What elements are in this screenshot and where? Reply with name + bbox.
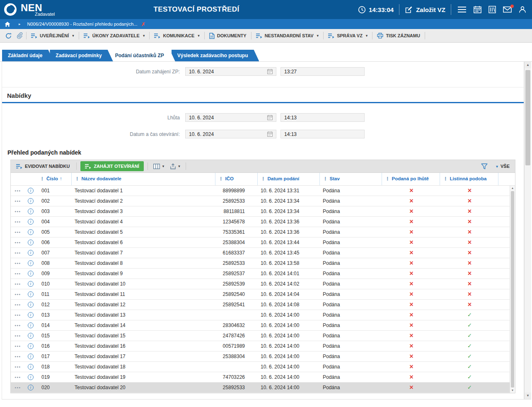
info-icon[interactable]: i [28, 198, 34, 204]
row-menu-icon[interactable]: ••• [15, 209, 21, 214]
info-icon[interactable]: i [28, 219, 34, 225]
page-scrollbar[interactable]: ▲ ▼ [524, 62, 531, 399]
evidovat-nabidku-button[interactable]: EVIDOVAT NABÍDKU [13, 161, 73, 171]
table-row[interactable]: •••i011Testovací dodavatel 112589254010.… [11, 289, 515, 299]
column-grip-icon[interactable]: ⋮ [261, 176, 266, 181]
info-icon[interactable]: i [28, 271, 34, 276]
header-cislo[interactable]: ⋮Číslo↑ [36, 173, 71, 185]
table-row[interactable]: •••i014Testovací dodavatel 142830463210.… [11, 320, 515, 330]
info-icon[interactable]: i [28, 364, 34, 370]
info-icon[interactable]: i [28, 374, 34, 380]
table-row[interactable]: •••i004Testovací dodavatel 41234567810. … [11, 216, 515, 227]
table-row[interactable]: •••i020Testovací dodavatel 202589253310.… [11, 382, 515, 392]
info-icon[interactable]: i [28, 385, 34, 390]
table-row[interactable]: •••i003Testovací dodavatel 38811881110. … [11, 206, 515, 216]
info-icon[interactable]: i [28, 281, 34, 287]
tab-vysledek-zadavaciho-postupu[interactable]: Výsledek zadávacího postupu [172, 50, 259, 61]
row-menu-icon[interactable]: ••• [15, 365, 21, 369]
table-row[interactable]: •••i019Testovací dodavatel 197470322610.… [11, 372, 515, 382]
row-menu-icon[interactable]: ••• [15, 220, 21, 224]
table-row[interactable]: •••i002Testovací dodavatel 22589253310. … [11, 196, 515, 206]
info-icon[interactable]: i [28, 250, 34, 256]
export-button[interactable]: ▾ [169, 163, 182, 170]
table-scrollbar[interactable]: ▲ ▼ [510, 186, 515, 393]
calendar-picker-icon[interactable] [267, 69, 273, 74]
row-menu-icon[interactable]: ••• [15, 189, 21, 193]
info-icon[interactable]: i [28, 333, 34, 339]
info-icon[interactable]: i [28, 354, 34, 359]
row-menu-icon[interactable]: ••• [15, 199, 21, 204]
breadcrumb-item[interactable]: N006/24/V00008930 - Roztažení přehledu p… [27, 22, 138, 27]
column-settings-button[interactable]: ▾ [152, 164, 166, 169]
column-grip-icon[interactable]: ⋮ [75, 176, 80, 181]
scrollbar-thumb[interactable] [511, 191, 514, 388]
row-menu-icon[interactable]: ••• [15, 261, 21, 266]
toolbar-button-tisk-zaznamu[interactable]: TISK ZÁZNAMU [373, 31, 424, 41]
nen-brand[interactable]: NEN Zadavatel [3, 2, 55, 17]
table-row[interactable]: •••i016Testovací dodavatel 160057198910.… [11, 341, 515, 351]
header-datum-podani[interactable]: ⋮Datum podání [257, 173, 319, 185]
info-icon[interactable]: i [28, 260, 34, 266]
tab-zakladni-udaje[interactable]: Základní údaje [2, 50, 53, 61]
header-stav[interactable]: ⋮Stav [319, 173, 382, 185]
filter-scope-dropdown[interactable]: ▾ VŠE [492, 161, 513, 171]
scroll-down-icon[interactable]: ▼ [510, 388, 515, 393]
table-row[interactable]: •••i015Testovací dodavatel 152478742610.… [11, 330, 515, 341]
table-row[interactable]: •••i017Testovací dodavatel 172538830410.… [11, 351, 515, 361]
scroll-up-icon[interactable]: ▲ [510, 186, 515, 191]
column-grip-icon[interactable]: ⋮ [219, 176, 223, 181]
row-menu-icon[interactable]: ••• [15, 323, 21, 328]
sort-asc-icon[interactable]: ↑ [60, 176, 62, 181]
scroll-down-icon[interactable]: ▼ [525, 392, 531, 399]
table-row[interactable]: •••i007Testovací dodavatel 76168333710. … [11, 247, 515, 258]
header-podana-po-lhute[interactable]: ⋮Podaná po lhůtě [382, 173, 440, 185]
row-menu-icon[interactable]: ••• [15, 240, 21, 245]
calendar-picker-icon[interactable] [267, 131, 273, 137]
row-menu-icon[interactable]: ••• [15, 334, 21, 338]
row-menu-icon[interactable]: ••• [15, 230, 21, 235]
user-button[interactable] [518, 5, 527, 14]
filter-button[interactable] [479, 163, 489, 170]
column-grip-icon[interactable]: ⋮ [443, 176, 448, 181]
table-row[interactable]: •••i010Testovací dodavatel 102589253910.… [11, 279, 515, 289]
messages-button[interactable] [502, 5, 513, 14]
row-menu-icon[interactable]: ••• [15, 303, 21, 307]
info-icon[interactable]: i [28, 208, 34, 214]
info-icon[interactable]: i [28, 291, 34, 297]
table-row[interactable]: •••i009Testovací dodavatel 92589253710. … [11, 268, 515, 279]
table-row[interactable]: •••i005Testovací dodavatel 57533536110. … [11, 227, 515, 237]
info-icon[interactable]: i [28, 188, 34, 194]
toolbar-button-ukony-zadavatele[interactable]: ÚKONY ZADAVATELE ▾ [80, 31, 149, 41]
row-menu-icon[interactable]: ••• [15, 271, 21, 276]
row-menu-icon[interactable]: ••• [15, 292, 21, 297]
tab-zadavaci-podminky[interactable]: Zadávací podmínky [50, 50, 113, 61]
row-menu-icon[interactable]: ••• [15, 282, 21, 286]
table-row[interactable]: •••i012Testovací dodavatel 122589254110.… [11, 299, 515, 310]
table-row[interactable]: •••i008Testovací dodavatel 82589253310. … [11, 258, 515, 268]
datum-zahajeni-date-input[interactable]: 10. 6. 2024 [185, 67, 276, 76]
calendar-button[interactable] [473, 5, 482, 14]
header-listinna-podoba[interactable]: ⋮Listinná podoba [440, 173, 498, 185]
header-nazev-dodavatele[interactable]: ⋮Název dodavatele [71, 173, 215, 185]
lhuta-date-input[interactable]: 10. 6. 2024 [185, 113, 276, 122]
info-icon[interactable]: i [28, 312, 34, 318]
attachments-button[interactable] [14, 31, 25, 41]
lhuta-time-input[interactable]: 14:13 [281, 113, 365, 122]
toolbar-button-nestandardni-stav[interactable]: NESTANDARDNÍ STAV ▾ [252, 31, 322, 41]
calendar-picker-icon[interactable] [267, 115, 273, 120]
row-menu-icon[interactable]: ••• [15, 251, 21, 255]
column-grip-icon[interactable]: ⋮ [40, 176, 44, 181]
refresh-button[interactable] [3, 31, 14, 41]
row-menu-icon[interactable]: ••• [15, 344, 21, 349]
info-icon[interactable]: i [28, 322, 34, 328]
row-menu-icon[interactable]: ••• [15, 354, 21, 359]
create-vz-button[interactable]: Založit VZ [405, 6, 445, 14]
registry-button[interactable] [488, 5, 497, 14]
zahajit-otevirani-button[interactable]: ZAHÁJIT OTEVÍRÁNÍ [80, 161, 143, 171]
otevirani-date-input[interactable]: 10. 6. 2024 [185, 130, 276, 138]
close-record-icon[interactable]: ✗ [141, 22, 146, 27]
info-icon[interactable]: i [28, 343, 34, 349]
row-menu-icon[interactable]: ••• [15, 313, 21, 317]
info-icon[interactable]: i [28, 302, 34, 308]
otevirani-time-input[interactable]: 14:13 [281, 130, 365, 138]
